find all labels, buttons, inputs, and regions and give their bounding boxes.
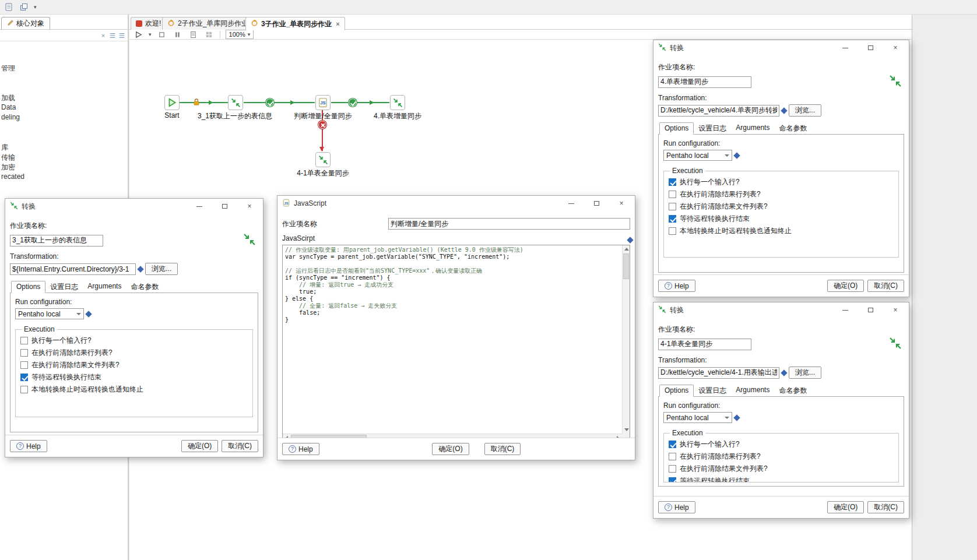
- preview-icon[interactable]: [188, 29, 199, 40]
- help-button[interactable]: ? Help: [10, 440, 47, 452]
- scroll-up-icon[interactable]: [623, 245, 630, 253]
- palette-category[interactable]: 库: [1, 143, 8, 152]
- ok-button[interactable]: 确定(O): [827, 501, 864, 513]
- node-transform-4-1[interactable]: [315, 152, 331, 167]
- close-button[interactable]: ×: [887, 42, 904, 54]
- tab-welcome[interactable]: 欢迎!: [131, 17, 166, 30]
- palette-category[interactable]: 传输: [1, 153, 15, 162]
- hop-unconditional-lock-icon[interactable]: [192, 98, 201, 108]
- ok-button[interactable]: 确定(O): [432, 443, 469, 455]
- transformation-path-input[interactable]: [658, 105, 779, 117]
- run-configuration-select[interactable]: Pentaho local: [663, 150, 732, 161]
- pause-icon[interactable]: [173, 29, 183, 40]
- close-button[interactable]: ×: [241, 200, 258, 212]
- tab-arguments[interactable]: Arguments: [731, 385, 774, 397]
- file-icon[interactable]: [3, 2, 14, 12]
- browse-button[interactable]: 浏览...: [789, 367, 821, 379]
- node-transform-3-1[interactable]: [228, 95, 243, 110]
- checkbox[interactable]: [669, 477, 676, 482]
- scrollbar-thumb[interactable]: [623, 253, 629, 279]
- hop-failure-icon[interactable]: [318, 121, 326, 129]
- node-start[interactable]: [164, 95, 180, 110]
- perspective-icon[interactable]: [19, 2, 29, 12]
- palette-category[interactable]: recated: [1, 172, 24, 182]
- tab-named-parameters[interactable]: 命名参数: [774, 385, 811, 397]
- tab-options[interactable]: Options: [659, 122, 694, 135]
- node-javascript[interactable]: [315, 95, 331, 110]
- checkbox[interactable]: [669, 227, 676, 235]
- cancel-button[interactable]: 取消(C): [484, 443, 521, 455]
- checkbox[interactable]: [669, 178, 676, 186]
- node-transform-4[interactable]: [390, 95, 405, 110]
- tab-close-icon[interactable]: ×: [336, 20, 339, 27]
- job-entry-name-input[interactable]: [388, 218, 630, 230]
- run-icon[interactable]: [133, 29, 143, 40]
- cancel-button[interactable]: 取消(C): [222, 440, 258, 452]
- tab-named-parameters[interactable]: 命名参数: [774, 122, 811, 135]
- tab-core-objects[interactable]: 核心对象: [1, 17, 50, 29]
- minimize-button[interactable]: [837, 304, 854, 316]
- maximize-button[interactable]: [216, 200, 233, 212]
- checkbox[interactable]: [20, 361, 28, 369]
- tab-named-parameters[interactable]: 命名参数: [126, 281, 163, 293]
- tab-logging[interactable]: 设置日志: [694, 122, 731, 135]
- tab-arguments[interactable]: Arguments: [83, 281, 126, 293]
- job-entry-name-input[interactable]: [10, 235, 103, 246]
- checkbox[interactable]: [669, 215, 676, 223]
- checkbox[interactable]: [669, 453, 676, 460]
- browse-button[interactable]: 浏览...: [789, 104, 821, 117]
- dialog-titlebar[interactable]: 转换 ×: [5, 199, 263, 214]
- tab-logging[interactable]: 设置日志: [45, 281, 83, 293]
- palette-category[interactable]: 加密: [1, 163, 15, 172]
- zoom-select[interactable]: 100% ▾: [226, 30, 254, 39]
- browse-button[interactable]: 浏览...: [145, 263, 178, 275]
- collapse-all-icon[interactable]: [117, 31, 126, 40]
- help-button[interactable]: ? Help: [658, 280, 695, 292]
- help-button[interactable]: ? Help: [658, 501, 695, 513]
- cancel-button[interactable]: 取消(C): [867, 280, 904, 292]
- palette-category[interactable]: Data: [1, 103, 16, 112]
- palette-category[interactable]: 管理: [1, 64, 15, 73]
- transformation-path-input[interactable]: [10, 263, 136, 275]
- minimize-button[interactable]: [191, 200, 208, 212]
- checkbox[interactable]: [20, 386, 28, 393]
- dialog-titlebar[interactable]: 转换 ×: [653, 302, 909, 318]
- maximize-button[interactable]: [588, 198, 605, 209]
- checkbox[interactable]: [669, 203, 676, 210]
- job-entry-name-input[interactable]: [658, 76, 751, 88]
- expand-all-icon[interactable]: [108, 31, 117, 40]
- tab-logging[interactable]: 设置日志: [694, 385, 731, 397]
- grid-icon[interactable]: [204, 29, 215, 40]
- ok-button[interactable]: 确定(O): [181, 440, 218, 452]
- maximize-button[interactable]: [862, 304, 879, 316]
- dialog-titlebar[interactable]: JavaScript ×: [277, 196, 635, 211]
- palette-category[interactable]: deling: [1, 113, 20, 122]
- close-button[interactable]: ×: [613, 198, 630, 209]
- tab-arguments[interactable]: Arguments: [731, 122, 774, 135]
- job-entry-name-input[interactable]: [658, 339, 751, 350]
- stop-icon[interactable]: [157, 29, 167, 40]
- ok-button[interactable]: 确定(O): [827, 280, 864, 292]
- run-configuration-select[interactable]: Pentaho local: [15, 308, 84, 319]
- tab-options[interactable]: Options: [11, 281, 45, 293]
- scroll-down-icon[interactable]: [623, 426, 630, 434]
- checkbox[interactable]: [669, 191, 676, 198]
- close-button[interactable]: ×: [887, 304, 904, 316]
- dialog-titlebar[interactable]: 转换 ×: [653, 40, 909, 55]
- minimize-button[interactable]: [563, 198, 580, 209]
- hop-success-icon[interactable]: [349, 98, 357, 107]
- vertical-scrollbar[interactable]: [622, 245, 630, 434]
- javascript-code-editor[interactable]: // 作业级读取变量: 用parent_job.getVariable() (K…: [282, 245, 630, 442]
- run-configuration-select[interactable]: Pentaho local: [663, 412, 732, 423]
- checkbox[interactable]: [20, 349, 28, 357]
- tab-job-2[interactable]: 2子作业_单库同步作业: [162, 17, 254, 30]
- checkbox[interactable]: [20, 374, 28, 381]
- tab-options[interactable]: Options: [659, 385, 694, 397]
- transformation-path-input[interactable]: [658, 367, 779, 379]
- clear-filter-icon[interactable]: ×: [99, 31, 108, 40]
- checkbox[interactable]: [669, 441, 676, 448]
- palette-category[interactable]: 加载: [1, 93, 15, 103]
- caret-down-icon[interactable]: ▾: [34, 5, 37, 10]
- cancel-button[interactable]: 取消(C): [867, 501, 904, 513]
- help-button[interactable]: ? Help: [282, 443, 319, 455]
